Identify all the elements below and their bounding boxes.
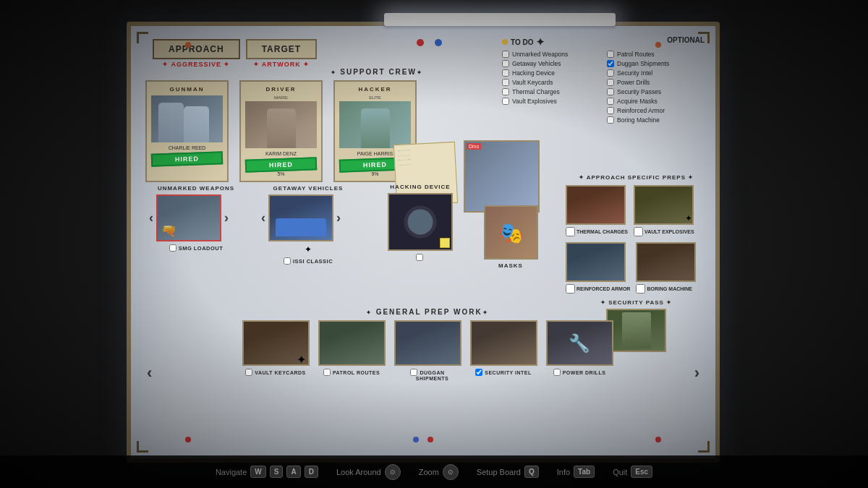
optional-item[interactable]: Reinforced Armor <box>607 107 705 114</box>
patrol-routes-label-row[interactable]: PATROL ROUTES <box>318 369 386 376</box>
vault-exp-checkbox[interactable] <box>634 227 643 236</box>
vault-explosives-prep: ✦ VAULT EXPLOSIVES <box>634 185 694 236</box>
optional-item[interactable]: Power Drills <box>607 79 705 86</box>
key-a: A <box>286 466 300 478</box>
getaway-star-note: ✦ <box>261 244 355 254</box>
optional-item[interactable]: Patrol Routes <box>607 51 705 58</box>
todo-item[interactable]: Unmarked Weapons <box>502 51 600 58</box>
pin-bottom-red <box>185 437 191 442</box>
look-around-hud: Look Around ⊙ <box>336 464 401 480</box>
tab-approach[interactable]: APPROACH <box>153 39 240 59</box>
unmarked-weapons-title: UNMARKED WEAPONS <box>149 185 243 192</box>
support-crew-header: SUPPORT CREW <box>145 68 608 76</box>
weapons-checkbox[interactable] <box>169 244 176 252</box>
optional-item[interactable]: Security Passes <box>607 88 705 95</box>
getaway-next-arrow[interactable]: › <box>336 210 341 226</box>
duggan-checkbox[interactable] <box>410 369 417 376</box>
power-drills-item: 🔧 POWER DRILLS <box>546 320 613 381</box>
todo-checkbox-unmarked-weapons[interactable] <box>502 51 509 58</box>
gunman-name: CHARLIE REED <box>151 145 223 150</box>
general-prev-arrow[interactable]: ‹ <box>147 364 152 382</box>
pin-red <box>417 39 424 46</box>
unmarked-weapons-carousel: ‹ 🔫 › <box>149 194 243 241</box>
power-drills-label-row[interactable]: POWER DRILLS <box>546 369 613 376</box>
key-esc: Esc <box>631 466 652 478</box>
patrol-routes-thumb[interactable] <box>318 320 386 366</box>
duggan-label-row[interactable]: DUGGAN SHIPMENTS <box>394 369 461 381</box>
security-intel-label-row[interactable]: SECURITY INTEL <box>470 369 537 376</box>
star-vault-exp: ✦ <box>685 213 692 223</box>
key-zoom: ⊙ <box>443 464 459 480</box>
large-photo-card: Dino <box>464 140 540 213</box>
power-drills-checkbox[interactable] <box>553 369 561 376</box>
gunman-silhouette-2 <box>184 106 209 142</box>
todo-item-label: Getaway Vehicles <box>512 60 561 67</box>
reinforced-checkbox-row[interactable]: REINFORCED ARMOR <box>566 284 630 294</box>
gun-icon: 🔫 <box>161 223 176 239</box>
general-next-arrow[interactable]: › <box>694 364 699 382</box>
security-intel-thumb[interactable] <box>470 320 537 366</box>
getaway-checkbox[interactable] <box>284 257 291 265</box>
bottom-hud: Navigate W S A D Look Around ⊙ Zoom ⊙ Se… <box>0 455 868 488</box>
thermal-checkbox[interactable] <box>566 227 575 236</box>
weapons-thumbnail[interactable]: 🔫 <box>156 194 221 241</box>
weapons-checkbox-label[interactable]: SMG LOADOUT <box>149 244 243 252</box>
reinforced-thumbnail[interactable] <box>566 242 626 282</box>
thermal-label: THERMAL CHARGES <box>576 229 628 234</box>
hacking-checkbox-label[interactable] <box>377 254 464 261</box>
boring-thumbnail[interactable] <box>636 242 696 282</box>
getaway-prev-arrow[interactable]: ‹ <box>261 210 265 226</box>
approach-preps-header: ✦ APPROACH SPECIFIC PREPS ✦ <box>566 174 707 181</box>
vault-keycards-label-row[interactable]: VAULT KEYCARDS <box>242 369 310 376</box>
weapons-next-arrow[interactable]: › <box>224 210 229 226</box>
hacking-checkbox[interactable] <box>416 254 423 261</box>
getaway-thumbnail[interactable] <box>268 194 333 241</box>
reinforced-label: REINFORCED ARMOR <box>576 286 630 291</box>
optional-label: OPTIONAL <box>667 36 705 48</box>
masks-section: 🎭 MASKS <box>478 205 543 269</box>
setup-board-hud: Setup Board Q <box>477 466 539 478</box>
vault-exp-thumbnail[interactable]: ✦ <box>634 185 694 225</box>
driver-photo <box>245 101 317 148</box>
crew-card-driver[interactable]: DRIVER MARIE KARIM DENZ HIRED 5% <box>239 80 323 182</box>
vault-keycards-checkbox[interactable] <box>245 369 252 376</box>
duggan-thumb[interactable] <box>394 320 461 366</box>
security-intel-checkbox[interactable] <box>475 369 482 376</box>
optional-item[interactable]: Duggan Shipments <box>607 60 705 67</box>
patrol-routes-checkbox[interactable] <box>323 369 331 376</box>
masks-label: MASKS <box>478 262 543 269</box>
photo-label: Dino <box>467 143 481 150</box>
driver-name: KARIM DENZ <box>245 151 317 156</box>
hacker-photo <box>339 101 411 148</box>
thermal-thumbnail[interactable] <box>566 185 626 225</box>
todo-item-label: Unmarked Weapons <box>512 51 568 58</box>
gunman-role: GUNMAN <box>151 86 223 93</box>
boring-checkbox[interactable] <box>636 284 645 294</box>
vault-keycards-item: ✦ VAULT KEYCARDS <box>242 320 310 381</box>
approach-preps-row2: REINFORCED ARMOR BORING MACHINE <box>566 242 707 294</box>
hacker-subtitle: ELITE <box>339 95 411 100</box>
crew-card-gunman[interactable]: GUNMAN CHARLIE REED HIRED <box>145 80 229 182</box>
boring-checkbox-row[interactable]: BORING MACHINE <box>636 284 696 294</box>
power-drills-thumb[interactable]: 🔧 <box>546 320 613 366</box>
optional-item[interactable]: Acquire Masks <box>607 98 705 105</box>
vault-keycards-thumb[interactable]: ✦ <box>242 320 310 366</box>
vault-exp-label: VAULT EXPLOSIVES <box>644 229 694 234</box>
thermal-checkbox-row[interactable]: THERMAL CHARGES <box>566 227 628 236</box>
todo-checkbox-getaway[interactable] <box>502 60 509 67</box>
weapons-prev-arrow[interactable]: ‹ <box>149 210 153 226</box>
optional-item[interactable]: Boring Machine <box>607 116 705 124</box>
tab-target[interactable]: TARGET <box>246 39 317 59</box>
getaway-checkbox-label[interactable]: ISSI CLASSIC <box>261 257 355 265</box>
reinforced-checkbox[interactable] <box>566 284 575 294</box>
vault-exp-checkbox-row[interactable]: VAULT EXPLOSIVES <box>634 227 694 236</box>
vault-keycards-label: VAULT KEYCARDS <box>255 370 306 375</box>
hacking-thumbnail[interactable] <box>388 193 453 251</box>
quit-hud: Quit Esc <box>613 466 652 478</box>
dot-yellow <box>502 39 508 45</box>
opt-checkbox-patrol[interactable] <box>607 51 614 58</box>
masks-thumbnail[interactable]: 🎭 <box>484 205 538 260</box>
todo-item[interactable]: Getaway Vehicles <box>502 60 600 67</box>
opt-checkbox-duggan[interactable] <box>607 60 614 67</box>
optional-item[interactable]: Security Intel <box>607 69 705 77</box>
